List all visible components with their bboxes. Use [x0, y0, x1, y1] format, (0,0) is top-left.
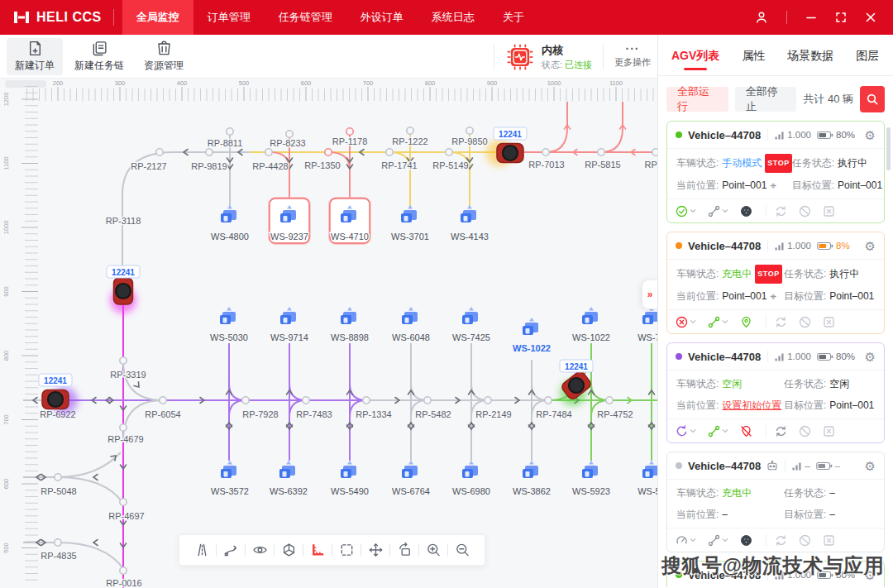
- route-node[interactable]: [120, 499, 127, 505]
- route-node[interactable]: [120, 357, 127, 364]
- agv-vehicle[interactable]: 12241: [107, 265, 140, 313]
- map-canvas[interactable]: 2003004005006007008009001000110012001100…: [0, 79, 657, 588]
- workstation-icon[interactable]: [221, 461, 236, 478]
- route-node[interactable]: [55, 539, 61, 546]
- locate-icon[interactable]: ⌖: [770, 288, 776, 305]
- corner-ruler-icon[interactable]: [303, 534, 332, 566]
- nav-item-订单管理[interactable]: 订单管理: [193, 0, 265, 35]
- gear-icon[interactable]: ⚙: [865, 129, 876, 141]
- route-node[interactable]: [286, 131, 293, 137]
- route-node[interactable]: [160, 397, 166, 404]
- ban-icon[interactable]: [799, 534, 811, 547]
- route-node[interactable]: [346, 128, 353, 135]
- route-node[interactable]: [466, 127, 473, 134]
- gear-icon[interactable]: ⚙: [865, 240, 876, 252]
- route-icon[interactable]: [217, 534, 245, 566]
- route-node[interactable]: [303, 397, 309, 404]
- ban-icon[interactable]: [799, 205, 811, 218]
- route-node[interactable]: [407, 127, 413, 134]
- refresh-icon[interactable]: [775, 534, 787, 547]
- close-square-icon[interactable]: [823, 534, 835, 547]
- workstation-icon[interactable]: [462, 461, 478, 478]
- filter-run-all[interactable]: 全部运行: [666, 87, 728, 112]
- agv-vehicle[interactable]: 12241: [486, 127, 527, 166]
- route-node[interactable]: [598, 149, 604, 155]
- route-node[interactable]: [424, 397, 431, 404]
- route-node[interactable]: [156, 149, 163, 155]
- route-node[interactable]: [542, 149, 549, 155]
- workstation-icon[interactable]: [523, 461, 538, 478]
- route-node[interactable]: [265, 149, 272, 155]
- zoom-out-icon[interactable]: [448, 534, 476, 566]
- nav-item-外设订单[interactable]: 外设订单: [346, 0, 418, 35]
- vehicle-card[interactable]: Vehicle–44708 – – ⚙ 车辆状态:充电中 任务状态:– 当前位置…: [666, 452, 885, 552]
- link-icon[interactable]: [708, 534, 728, 547]
- refresh-icon[interactable]: [775, 316, 787, 328]
- gear-icon[interactable]: ⚙: [865, 351, 876, 363]
- route-node[interactable]: [485, 397, 491, 404]
- vehicle-card[interactable]: Vehicle–44708 1.000 80% ⚙ 车辆状态:手动模式 STOP…: [666, 121, 885, 223]
- select-box-icon[interactable]: [332, 534, 361, 566]
- route-node[interactable]: [120, 567, 127, 574]
- lanes-icon[interactable]: [188, 534, 216, 566]
- workstation-icon[interactable]: [523, 318, 538, 335]
- vehicle-card[interactable]: Vehicle–44708 1.000 8% ⚙ 车辆状态:充电中 STOP 任…: [666, 232, 885, 334]
- workstation-icon[interactable]: [279, 461, 295, 478]
- toolbar-button-新建订单[interactable]: 新建订单: [7, 38, 63, 75]
- gear-icon[interactable]: ⚙: [865, 460, 876, 472]
- route-node[interactable]: [206, 149, 213, 155]
- eye-icon[interactable]: [246, 534, 274, 566]
- nav-item-关于[interactable]: 关于: [489, 0, 538, 35]
- workstation-icon[interactable]: [402, 461, 418, 478]
- workstation-icon[interactable]: [582, 307, 598, 324]
- more-actions-button[interactable]: ··· 更多操作: [614, 45, 651, 69]
- rotate-icon[interactable]: [676, 425, 696, 437]
- workstation-icon[interactable]: [341, 461, 356, 478]
- nav-item-系统日志[interactable]: 系统日志: [418, 0, 489, 35]
- vehicle-card[interactable]: Vehicle–44708 1.000 80% ⚙ 车辆状态:空闲 任务状态:空…: [666, 342, 885, 443]
- toolbar-button-新建任务链[interactable]: 新建任务链: [71, 38, 127, 75]
- disc-icon[interactable]: [740, 205, 752, 218]
- agv-vehicle[interactable]: 12241: [39, 374, 78, 414]
- ban-icon[interactable]: [799, 316, 811, 328]
- nav-item-全局监控[interactable]: 全局监控: [122, 0, 193, 35]
- workstation-icon[interactable]: [280, 307, 296, 324]
- pan-icon[interactable]: [361, 534, 389, 566]
- close-square-icon[interactable]: [823, 425, 835, 437]
- pin-icon[interactable]: [740, 316, 752, 328]
- route-node[interactable]: [325, 149, 332, 155]
- workstation-icon[interactable]: [402, 307, 418, 324]
- search-button[interactable]: [860, 86, 885, 112]
- maximize-icon[interactable]: [835, 12, 847, 23]
- cube-icon[interactable]: [275, 534, 303, 566]
- locate-icon[interactable]: ⌖: [770, 177, 776, 194]
- gauge-icon[interactable]: [676, 534, 696, 547]
- agv-vehicle[interactable]: 12241: [560, 360, 593, 406]
- x-circle-icon[interactable]: [676, 316, 696, 328]
- close-square-icon[interactable]: [823, 316, 835, 328]
- workstation-icon[interactable]: [221, 205, 236, 222]
- workstation-icon[interactable]: [220, 307, 236, 324]
- minimize-icon[interactable]: [805, 12, 817, 23]
- link-icon[interactable]: [708, 316, 728, 328]
- refresh-icon[interactable]: [775, 425, 787, 437]
- panel-scrollbar[interactable]: [886, 127, 891, 170]
- tab-图层[interactable]: 图层: [856, 35, 879, 76]
- route-node[interactable]: [446, 149, 452, 155]
- workstation-icon[interactable]: [642, 307, 657, 324]
- gear-icon[interactable]: ⚙: [865, 569, 876, 581]
- filter-stop-all[interactable]: 全部停止: [735, 87, 797, 112]
- route-node[interactable]: [227, 128, 233, 135]
- tab-场景数据[interactable]: 场景数据: [787, 35, 833, 76]
- check-circle-icon[interactable]: [676, 205, 696, 218]
- zoom-in-icon[interactable]: [419, 534, 447, 566]
- panel-collapse-button[interactable]: »: [642, 280, 657, 309]
- workstation-icon[interactable]: [461, 205, 476, 222]
- vehicle-card[interactable]: Vehicle–44708 1.000 80% ⚙ 车辆状态:空闲 任务状态:空…: [666, 561, 885, 587]
- tab-属性[interactable]: 属性: [742, 35, 765, 76]
- nav-item-任务链管理[interactable]: 任务链管理: [265, 0, 346, 35]
- scene-map[interactable]: 2003004005006007008009001000110012001100…: [0, 79, 657, 588]
- pin-off-icon[interactable]: [740, 425, 752, 437]
- set-initial-position-link[interactable]: 设置初始位置: [722, 397, 781, 414]
- toolbar-button-资源管理[interactable]: 资源管理: [136, 38, 192, 75]
